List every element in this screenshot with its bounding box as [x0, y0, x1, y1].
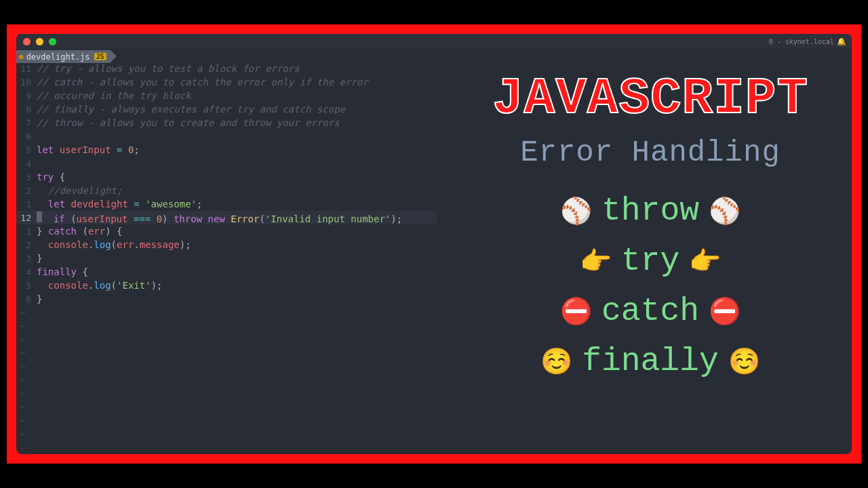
line-number: 1	[16, 226, 37, 237]
line-number: 5	[16, 281, 37, 291]
keyword-row-finally: ☺️finally☺️	[450, 343, 850, 380]
line-number: 4	[16, 267, 37, 277]
code-content: console.log(err.message);	[37, 239, 191, 250]
code-line[interactable]: 12 if (userInput === 0) throw new Error(…	[16, 211, 437, 224]
code-line[interactable]: 1 let devdelight = 'awesome';	[16, 197, 437, 211]
code-line[interactable]: 1} catch (err) {	[16, 224, 437, 238]
line-number: 6	[16, 294, 37, 304]
keyword-finally: finally	[582, 343, 719, 380]
line-number: 4	[16, 159, 37, 169]
code-line[interactable]: 6}	[16, 292, 437, 306]
throw-emoji-right: ⚾	[709, 196, 741, 226]
maximize-icon[interactable]	[49, 38, 56, 45]
overlay-subtitle: Error Handling	[450, 136, 850, 169]
editor-window: 0 - skynet.local 🔔 ● devdelight.js JS 11…	[16, 34, 852, 454]
code-content: } catch (err) {	[37, 226, 123, 237]
empty-line-tilde: ~	[16, 441, 437, 454]
code-line[interactable]: 11// try - allows you to test a block fo…	[16, 62, 437, 75]
code-editor[interactable]: 11// try - allows you to test a block fo…	[16, 62, 437, 454]
tab-filename: devdelight.js	[26, 52, 90, 62]
empty-line-tilde: ~	[16, 346, 437, 360]
empty-line-tilde: ~	[16, 414, 437, 428]
throw-emoji-left: ⚾	[560, 196, 592, 226]
cursor-icon	[37, 211, 42, 222]
overlay-title: JAVASCRIPT	[450, 73, 850, 125]
code-line[interactable]: 4	[16, 157, 437, 170]
code-line[interactable]: 4finally {	[16, 265, 437, 279]
catch-emoji-left: ⛔	[560, 296, 592, 326]
line-number: 7	[16, 118, 37, 128]
keyword-catch: catch	[601, 293, 699, 329]
tab-strip: ● devdelight.js JS	[16, 49, 852, 62]
line-number: 3	[16, 253, 37, 264]
line-number: 3	[16, 172, 37, 182]
finally-emoji-right: ☺️	[728, 346, 760, 376]
line-number: 10	[16, 77, 37, 87]
modified-dot-icon: ●	[19, 52, 24, 61]
code-content: // catch - allows you to catch the error…	[37, 77, 368, 87]
line-number: 5	[16, 145, 37, 155]
code-line[interactable]: 6	[16, 129, 437, 143]
try-emoji-right: 👉	[689, 246, 721, 276]
code-line[interactable]: 3}	[16, 251, 437, 265]
keyword-throw: throw	[601, 192, 699, 229]
code-content: // occured in the try block	[37, 90, 191, 101]
code-content: let devdelight = 'awesome';	[37, 199, 202, 209]
code-content: try {	[37, 171, 65, 182]
line-number: 1	[16, 199, 37, 209]
empty-line-tilde: ~	[16, 306, 437, 319]
try-emoji-left: 👉	[580, 246, 612, 276]
code-line[interactable]: 3try {	[16, 170, 437, 184]
line-number: 6	[16, 131, 37, 142]
line-number: 2	[16, 240, 37, 250]
code-line[interactable]: 7// throw - allows you to create and thr…	[16, 116, 437, 129]
code-line[interactable]: 2 //devdelight;	[16, 184, 437, 197]
host-text: 0 - skynet.local	[769, 38, 834, 45]
line-number: 2	[16, 186, 37, 196]
keyword-row-throw: ⚾throw⚾	[450, 192, 850, 229]
code-line[interactable]: 9// occured in the try block	[16, 89, 437, 102]
keyword-row-catch: ⛔catch⛔	[450, 293, 850, 329]
code-line[interactable]: 5 console.log('Exit');	[16, 279, 437, 292]
line-number: 8	[16, 104, 37, 115]
catch-emoji-right: ⛔	[709, 296, 741, 326]
line-number: 12	[16, 213, 37, 223]
page-root: 0 - skynet.local 🔔 ● devdelight.js JS 11…	[0, 0, 868, 488]
code-content: //devdelight;	[37, 185, 122, 196]
code-line[interactable]: 5let userInput = 0;	[16, 143, 437, 157]
empty-line-tilde: ~	[16, 333, 437, 346]
code-content: // try - allows you to test a block for …	[37, 63, 300, 74]
title-overlay: JAVASCRIPT Error Handling ⚾throw⚾👉try👉⛔c…	[450, 73, 850, 380]
close-icon[interactable]	[23, 38, 31, 45]
code-content: }	[37, 253, 42, 264]
host-label: 0 - skynet.local 🔔	[769, 37, 846, 46]
line-number: 11	[16, 64, 37, 74]
code-content: // finally - always executes after try a…	[37, 104, 345, 115]
code-content: finally {	[37, 266, 88, 277]
empty-line-tilde: ~	[16, 428, 437, 441]
empty-line-tilde: ~	[16, 401, 437, 414]
empty-line-tilde: ~	[16, 373, 437, 387]
code-content: // throw - allows you to create and thro…	[37, 117, 340, 128]
code-line[interactable]: 8// finally - always executes after try …	[16, 102, 437, 116]
code-content: console.log('Exit');	[37, 280, 163, 291]
red-frame: 0 - skynet.local 🔔 ● devdelight.js JS 11…	[7, 24, 861, 464]
window-titlebar: 0 - skynet.local 🔔	[16, 34, 852, 49]
line-number: 9	[16, 91, 37, 101]
code-line[interactable]: 2 console.log(err.message);	[16, 238, 437, 251]
empty-line-tilde: ~	[16, 360, 437, 373]
minimize-icon[interactable]	[36, 38, 43, 45]
js-badge: JS	[94, 53, 106, 60]
bell-icon: 🔔	[837, 37, 846, 46]
empty-line-tilde: ~	[16, 387, 437, 401]
code-content: let userInput = 0;	[37, 144, 140, 155]
finally-emoji-left: ☺️	[540, 346, 572, 376]
code-content: if (userInput === 0) throw new Error('In…	[37, 211, 402, 224]
keyword-try: try	[621, 243, 679, 279]
code-content: }	[37, 293, 42, 304]
empty-line-tilde: ~	[16, 319, 437, 333]
keyword-row-try: 👉try👉	[450, 243, 850, 279]
code-line[interactable]: 10// catch - allows you to catch the err…	[16, 75, 437, 89]
